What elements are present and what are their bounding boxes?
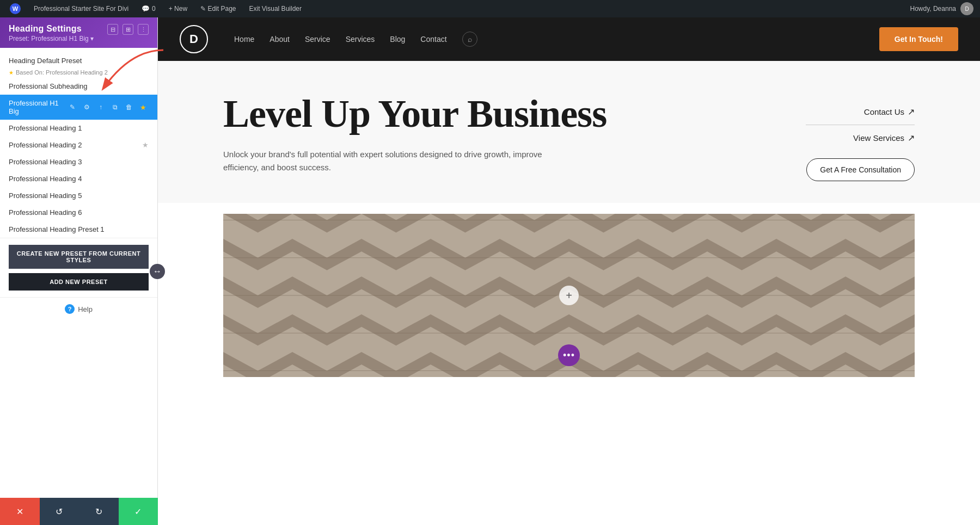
sidebar-header-text: Heading Settings Preset: Professional H1… (9, 24, 94, 42)
nav-contact[interactable]: Contact (420, 35, 446, 44)
search-icon[interactable]: ⌕ (462, 32, 477, 47)
building-options-button[interactable]: ••• (558, 344, 580, 366)
sidebar-more-icon[interactable]: ⋮ (138, 24, 149, 35)
sidebar-content: Heading Default Preset ★ Based On: Profe… (0, 48, 157, 525)
preset-based-on: ★ Based On: Professional Heading 2 (0, 69, 157, 78)
edit-page-label: ✎ Edit Page (200, 5, 236, 13)
building-image-area: + ••• (223, 214, 915, 377)
based-on-star-icon: ★ (9, 70, 14, 76)
save-button[interactable]: ✓ (119, 498, 158, 525)
edit-preset-icon[interactable]: ✎ (67, 102, 78, 113)
contact-us-link[interactable]: Contact Us ↗ (806, 99, 915, 125)
star-icon-heading2: ★ (142, 141, 149, 149)
preset-label-heading1: Professional Heading 1 (9, 124, 149, 132)
building-add-button[interactable]: + (559, 286, 579, 305)
nav-right: Get In Touch! (879, 27, 958, 51)
view-services-link[interactable]: View Services ↗ (806, 125, 915, 151)
comment-icon: 💬 (142, 5, 150, 13)
nav-home[interactable]: Home (234, 35, 254, 44)
preset-item-heading3[interactable]: Professional Heading 3 (0, 153, 157, 170)
site-logo: D (180, 25, 208, 53)
delete-preset-icon[interactable]: 🗑 (124, 102, 134, 113)
preset-item-heading4[interactable]: Professional Heading 4 (0, 170, 157, 187)
hero-heading: Level Up Your Business (223, 94, 784, 135)
hero-text: Level Up Your Business Unlock your brand… (223, 94, 784, 174)
contact-us-label: Contact Us (864, 107, 904, 116)
preset-label-heading2: Professional Heading 2 (9, 141, 142, 149)
sidebar-header: Heading Settings Preset: Professional H1… (0, 17, 157, 48)
add-preset-button[interactable]: ADD NEW PRESET (9, 273, 149, 291)
preset-label-subheading: Professional Subheading (9, 82, 149, 90)
preset-item-heading5[interactable]: Professional Heading 5 (0, 187, 157, 204)
preset-item-heading1[interactable]: Professional Heading 1 (0, 120, 157, 137)
hero-subtext: Unlock your brand's full potential with … (223, 148, 572, 174)
exit-builder-item[interactable]: Exit Visual Builder (246, 0, 305, 17)
preset-label-h1big: Professional H1 Big (9, 99, 67, 115)
wp-logo-icon: W (10, 3, 21, 14)
duplicate-preset-icon[interactable]: ⧉ (109, 102, 120, 113)
exit-builder-label: Exit Visual Builder (249, 5, 302, 13)
bottom-bar: ✕ ↺ ↻ ✓ (0, 498, 158, 525)
new-label: + New (169, 5, 187, 13)
sidebar-help[interactable]: ? Help (0, 297, 157, 320)
sidebar-title: Heading Settings (9, 24, 94, 34)
undo-icon: ↺ (56, 507, 63, 517)
nav-service[interactable]: Service (305, 35, 330, 44)
preset-label-heading6: Professional Heading 6 (9, 208, 149, 217)
main-layout: Heading Settings Preset: Professional H1… (0, 17, 980, 525)
save-icon: ✓ (134, 507, 142, 517)
preset-item-actions: ✎ ⚙ ↑ ⧉ 🗑 ★ (67, 102, 149, 113)
hero-section: Level Up Your Business Unlock your brand… (158, 61, 980, 203)
comments-item[interactable]: 💬 0 (138, 0, 159, 17)
edit-page-item[interactable]: ✎ Edit Page (197, 0, 239, 17)
admin-site-name: Professional Starter Site For Divi (34, 5, 128, 13)
create-preset-button[interactable]: CREATE NEW PRESET FROM CURRENT STYLES (9, 245, 149, 269)
sidebar-collapse-icon[interactable]: ⊟ (107, 24, 118, 35)
preset-item-h1big[interactable]: Professional H1 Big ✎ ⚙ ↑ ⧉ 🗑 ★ (0, 95, 157, 120)
nav-links: Home About Service Services Blog Contact… (234, 32, 477, 47)
avatar[interactable]: D (960, 2, 973, 15)
nav-about[interactable]: About (270, 35, 290, 44)
sidebar-grid-icon[interactable]: ⊞ (122, 24, 133, 35)
comment-count: 0 (152, 5, 156, 13)
howdy-text: Howdy, Deanna (910, 5, 957, 13)
sidebar-resize-handle[interactable]: ↔ (150, 264, 165, 279)
star-preset-icon[interactable]: ★ (138, 102, 149, 113)
get-in-touch-button[interactable]: Get In Touch! (879, 27, 958, 51)
redo-button[interactable]: ↻ (79, 498, 119, 525)
view-services-label: View Services (853, 133, 904, 143)
sidebar-panel: Heading Settings Preset: Professional H1… (0, 17, 158, 525)
preset-item-preset1[interactable]: Professional Heading Preset 1 (0, 221, 157, 238)
preset-default-label: Heading Default Preset (9, 57, 149, 65)
preset-label-heading4: Professional Heading 4 (9, 175, 149, 183)
sidebar-preset-label[interactable]: Preset: Professional H1 Big ▾ (9, 35, 94, 42)
help-icon: ? (65, 304, 75, 314)
undo-button[interactable]: ↺ (40, 498, 79, 525)
settings-preset-icon[interactable]: ⚙ (81, 102, 92, 113)
nav-blog[interactable]: Blog (390, 35, 405, 44)
add-icon: + (566, 289, 572, 302)
admin-bar: W Professional Starter Site For Divi 💬 0… (0, 0, 980, 17)
cancel-button[interactable]: ✕ (0, 498, 40, 525)
nav-services[interactable]: Services (346, 35, 375, 44)
cancel-icon: ✕ (16, 507, 23, 517)
contact-us-arrow-icon: ↗ (908, 107, 915, 117)
get-consultation-button[interactable]: Get A Free Consultation (806, 158, 915, 181)
preset-item-heading6[interactable]: Professional Heading 6 (0, 204, 157, 221)
hero-ctas: Contact Us ↗ View Services ↗ Get A Free … (806, 94, 915, 181)
sidebar-buttons: CREATE NEW PRESET FROM CURRENT STYLES AD… (0, 238, 157, 297)
site-preview: D Home About Service Services Blog Conta… (158, 17, 980, 525)
hero-main: Level Up Your Business Unlock your brand… (223, 94, 915, 181)
help-label: Help (78, 305, 93, 313)
preset-item-default[interactable]: Heading Default Preset (0, 52, 157, 69)
preset-item-heading2[interactable]: Professional Heading 2 ★ (0, 137, 157, 153)
view-services-arrow-icon: ↗ (908, 133, 915, 143)
options-dots-icon: ••• (563, 350, 575, 361)
new-item[interactable]: + New (166, 0, 191, 17)
wp-logo-item[interactable]: W (7, 0, 24, 17)
logo-letter: D (189, 32, 198, 46)
export-preset-icon[interactable]: ↑ (95, 102, 106, 113)
preset-label-preset1: Professional Heading Preset 1 (9, 225, 149, 233)
preset-item-subheading[interactable]: Professional Subheading (0, 78, 157, 95)
site-name-item[interactable]: Professional Starter Site For Divi (30, 0, 132, 17)
